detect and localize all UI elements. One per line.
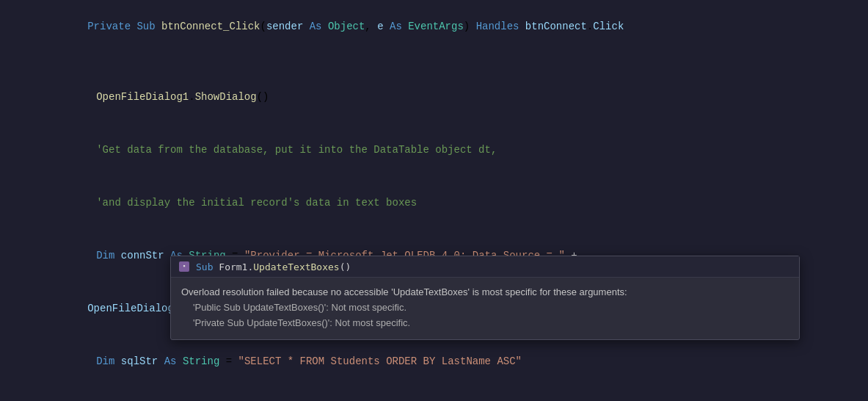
tooltip-header: ▪ Sub Form1.UpdateTextBoxes(): [171, 256, 799, 278]
code-line-5: 'and display the initial record's data i…: [0, 176, 868, 229]
code-line-4: 'Get data from the database, put it into…: [0, 123, 868, 176]
tooltip-body: Overload resolution failed because no ac…: [171, 278, 799, 339]
code-line-1: Private Sub btnConnect_Click(sender As O…: [0, 0, 868, 53]
code-area: Private Sub btnConnect_Click(sender As O…: [0, 0, 868, 401]
code-line-3: OpenFileDialog1.ShowDialog(): [0, 71, 868, 123]
tooltip-item-1: 'Public Sub UpdateTextBoxes()': Not most…: [181, 300, 789, 316]
code-line-2: [0, 53, 868, 71]
tooltip-item-2: 'Private Sub UpdateTextBoxes()': Not mos…: [181, 316, 789, 331]
line-content: [35, 53, 868, 71]
line-content: Private Sub btnConnect_Click(sender As O…: [35, 0, 868, 53]
line-content: Dim sqlStr As String = "SELECT * FROM St…: [35, 335, 868, 388]
tooltip-description: Overload resolution failed because no ac…: [181, 285, 789, 300]
line-content: Dim dataAdapter As New OleDb.OleDbDataAd…: [35, 388, 868, 401]
code-editor: Private Sub btnConnect_Click(sender As O…: [0, 0, 868, 401]
line-content: 'Get data from the database, put it into…: [35, 123, 868, 176]
tooltip-title: Sub Form1.UpdateTextBoxes(): [196, 261, 351, 272]
code-line-8: Dim sqlStr As String = "SELECT * FROM St…: [0, 335, 868, 388]
line-content: 'and display the initial record's data i…: [35, 176, 868, 229]
code-line-9: Dim dataAdapter As New OleDb.OleDbDataAd…: [0, 388, 868, 401]
tooltip-method-icon: ▪: [178, 261, 190, 272]
tooltip-popup: ▪ Sub Form1.UpdateTextBoxes() Overload r…: [170, 256, 800, 340]
line-content: OpenFileDialog1.ShowDialog(): [35, 71, 868, 123]
